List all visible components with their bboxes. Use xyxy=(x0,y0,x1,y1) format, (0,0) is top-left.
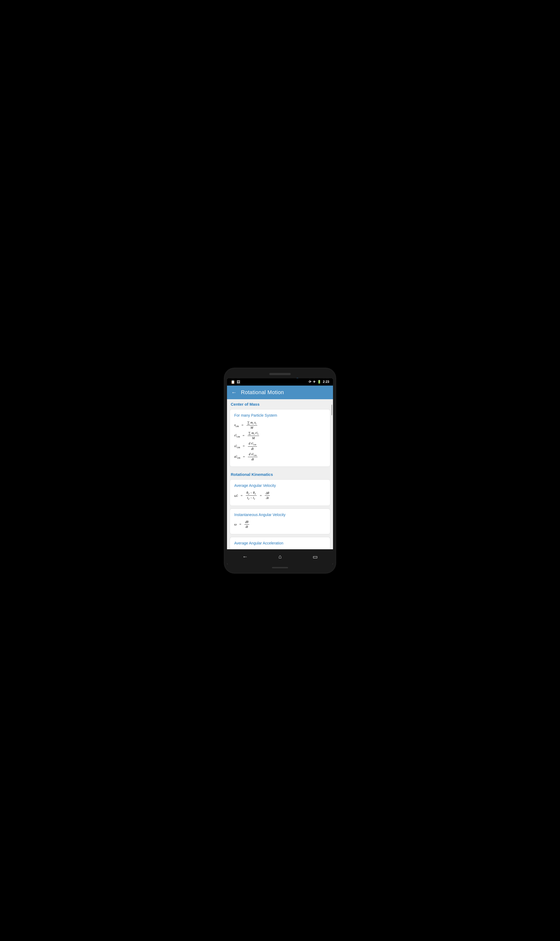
eq5: = xyxy=(240,494,243,498)
formula-avg-omega: ω⃗ = θ2 − θ1 t2 − t1 = Δθ Δt xyxy=(234,491,326,500)
phone-device: 📋 🖼 ⟳ ✈ 🔋 2:23 ← Rotational Motion Cente… xyxy=(224,368,336,574)
eq6: = xyxy=(260,494,262,498)
xcm-fraction: ∑ mi xi M xyxy=(246,421,257,430)
alpha-lhs: α⃗ xyxy=(234,549,237,549)
scroll-indicator xyxy=(331,404,332,415)
phone-screen: 📋 🖼 ⟳ ✈ 🔋 2:23 ← Rotational Motion Cente… xyxy=(227,378,333,564)
app-bar: ← Rotational Motion xyxy=(227,386,333,399)
eq1: = xyxy=(241,423,244,427)
status-left-icons: 📋 🖼 xyxy=(231,380,240,384)
nav-recent-button[interactable]: ▭ xyxy=(307,552,323,562)
eq7: = xyxy=(239,522,242,526)
time-display: 2:23 xyxy=(323,380,329,384)
card-title-avg-ang-acc: Average Angular Acceleration xyxy=(234,541,326,545)
status-right-icons: ⟳ ✈ 🔋 2:23 xyxy=(309,380,329,384)
nav-back-button[interactable]: ← xyxy=(237,552,253,562)
phone-status-icon: 📋 xyxy=(231,380,235,384)
alpha-fraction1: ω2 − ω1 xyxy=(245,548,257,549)
content-area[interactable]: Center of Mass For many Particle System … xyxy=(227,399,333,549)
eq3: = xyxy=(243,444,245,448)
image-status-icon: 🖼 xyxy=(237,380,240,384)
rotate-icon: ⟳ xyxy=(309,380,311,384)
formula-vcm: v⃗cm = d r⃗cm dt xyxy=(234,441,326,450)
eq4: = xyxy=(243,455,245,459)
formula-xcm: xcm = ∑ mi xi M xyxy=(234,421,326,430)
acm-lhs: a⃗cm xyxy=(234,454,240,459)
omega-inst-fraction: dθ dt xyxy=(245,520,249,529)
omega-inst-lhs: ω xyxy=(234,522,237,526)
rcm-fraction: ∑ mi r⃗i M xyxy=(248,431,259,440)
phone-bottom-bar xyxy=(272,567,288,568)
bottom-navigation: ← ⌂ ▭ xyxy=(227,549,333,564)
card-title-avg-ang-vel: Average Angular Velocity xyxy=(234,483,326,487)
nav-home-button[interactable]: ⌂ xyxy=(273,552,287,562)
back-button[interactable]: ← xyxy=(231,389,237,395)
formula-rcm: r⃗cm = ∑ mi r⃗i M xyxy=(234,431,326,440)
xcm-lhs: xcm xyxy=(234,423,239,427)
omega-lhs: ω⃗ xyxy=(234,494,238,498)
card-title-inst-ang-vel: Instantaneous Angular Velocity xyxy=(234,512,326,517)
formula-acm: a⃗cm = d v⃗cm dt xyxy=(234,452,326,461)
card-avg-angular-velocity: Average Angular Velocity ω⃗ = θ2 − θ1 t2… xyxy=(230,479,330,506)
card-instantaneous-angular-velocity: Instantaneous Angular Velocity ω = dθ dt xyxy=(230,509,330,534)
omega-fraction2: Δθ Δt xyxy=(265,491,270,500)
battery-icon: 🔋 xyxy=(317,380,321,384)
eq8: = xyxy=(240,549,242,549)
airplane-icon: ✈ xyxy=(313,380,315,384)
phone-speaker xyxy=(269,373,291,375)
rcm-lhs: r⃗cm xyxy=(234,433,240,438)
formula-inst-omega: ω = dθ dt xyxy=(234,520,326,529)
status-bar: 📋 🖼 ⟳ ✈ 🔋 2:23 xyxy=(227,378,333,386)
page-title: Rotational Motion xyxy=(241,389,284,395)
card-many-particle-system: For many Particle System xcm = ∑ mi xi M… xyxy=(230,409,330,467)
card-title-many-particle: For many Particle System xyxy=(234,413,326,418)
vcm-fraction: d r⃗cm dt xyxy=(248,441,257,450)
acm-fraction: d v⃗cm dt xyxy=(248,452,257,461)
vcm-lhs: v⃗cm xyxy=(234,444,240,449)
omega-fraction1: θ2 − θ1 t2 − t1 xyxy=(246,491,257,500)
formula-avg-alpha: α⃗ = ω2 − ω1 Δω xyxy=(234,548,326,549)
alpha-partial: Δω xyxy=(258,549,266,549)
card-avg-angular-acceleration: Average Angular Acceleration α⃗ = ω2 − ω… xyxy=(230,537,330,549)
section-header-center-of-mass: Center of Mass xyxy=(227,399,333,408)
eq2: = xyxy=(242,433,245,438)
section-header-rotational-kinematics: Rotational Kinematics xyxy=(227,469,333,478)
